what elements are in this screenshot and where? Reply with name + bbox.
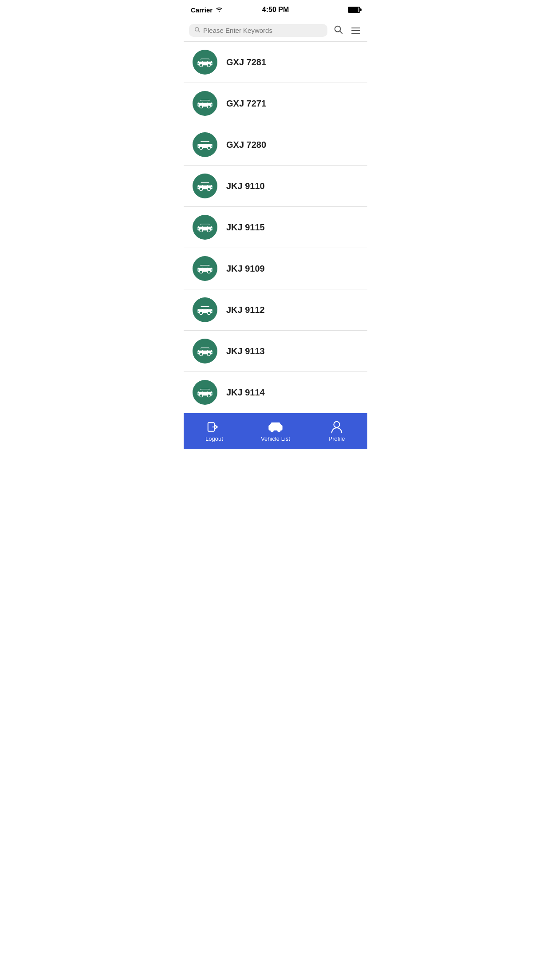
svg-point-6 bbox=[207, 64, 210, 67]
svg-rect-18 bbox=[197, 104, 199, 106]
vehicle-avatar bbox=[193, 297, 217, 322]
svg-rect-55 bbox=[203, 307, 208, 309]
svg-rect-42 bbox=[197, 228, 199, 229]
tab-logout[interactable]: Logout bbox=[184, 420, 245, 442]
svg-rect-63 bbox=[203, 348, 208, 351]
svg-rect-74 bbox=[197, 393, 199, 395]
svg-rect-75 bbox=[211, 393, 213, 395]
svg-rect-15 bbox=[203, 101, 208, 103]
car-icon bbox=[197, 304, 213, 315]
svg-point-45 bbox=[200, 270, 203, 273]
svg-line-3 bbox=[340, 31, 342, 33]
search-icon bbox=[334, 25, 343, 35]
vehicle-avatar bbox=[193, 380, 217, 405]
vehicle-list-label: Vehicle List bbox=[261, 435, 290, 442]
svg-rect-64 bbox=[199, 348, 202, 351]
svg-rect-19 bbox=[211, 104, 213, 106]
svg-point-14 bbox=[207, 105, 210, 108]
svg-rect-7 bbox=[203, 59, 208, 62]
menu-button[interactable] bbox=[350, 26, 362, 36]
vehicle-item[interactable]: GXJ 7281 bbox=[184, 42, 367, 83]
car-icon bbox=[197, 57, 213, 67]
svg-rect-47 bbox=[203, 266, 208, 268]
svg-point-37 bbox=[200, 229, 203, 232]
status-bar: Carrier 4:50 PM bbox=[184, 0, 367, 20]
svg-rect-58 bbox=[197, 311, 199, 312]
svg-rect-48 bbox=[199, 266, 202, 268]
logout-label: Logout bbox=[205, 435, 223, 442]
svg-rect-27 bbox=[211, 146, 213, 147]
svg-rect-57 bbox=[208, 307, 211, 309]
vehicle-item[interactable]: JKJ 9115 bbox=[184, 207, 367, 248]
vehicle-avatar bbox=[193, 91, 217, 116]
vehicle-item[interactable]: GXJ 7280 bbox=[184, 124, 367, 166]
vehicle-avatar bbox=[193, 50, 217, 75]
svg-line-1 bbox=[198, 31, 200, 32]
vehicle-item[interactable]: JKJ 9112 bbox=[184, 289, 367, 331]
svg-point-53 bbox=[200, 312, 203, 315]
svg-rect-25 bbox=[208, 142, 211, 144]
vehicle-list: GXJ 7281 GXJ 7271 bbox=[184, 42, 367, 413]
vehicle-plate: JKJ 9113 bbox=[226, 346, 265, 356]
svg-point-80 bbox=[278, 429, 280, 431]
car-icon bbox=[197, 263, 213, 274]
vehicle-plate: JKJ 9114 bbox=[226, 387, 265, 398]
svg-point-29 bbox=[200, 188, 203, 191]
svg-rect-35 bbox=[211, 187, 213, 188]
vehicle-item[interactable]: JKJ 9109 bbox=[184, 248, 367, 289]
svg-point-62 bbox=[207, 353, 210, 356]
search-icon-small bbox=[194, 27, 201, 34]
vehicle-plate: JKJ 9110 bbox=[226, 181, 265, 191]
svg-rect-56 bbox=[199, 307, 202, 309]
svg-point-79 bbox=[271, 429, 273, 431]
svg-point-30 bbox=[207, 188, 210, 191]
status-time: 4:50 PM bbox=[262, 6, 289, 14]
car-icon bbox=[197, 222, 213, 233]
vehicle-item[interactable]: GXJ 7271 bbox=[184, 83, 367, 124]
svg-rect-65 bbox=[208, 348, 211, 351]
tab-profile[interactable]: Profile bbox=[306, 420, 367, 442]
svg-rect-34 bbox=[197, 187, 199, 188]
carrier-text: Carrier bbox=[191, 6, 213, 14]
search-button[interactable] bbox=[332, 23, 345, 38]
svg-rect-51 bbox=[211, 269, 213, 271]
vehicle-avatar bbox=[193, 256, 217, 281]
svg-rect-23 bbox=[203, 142, 208, 144]
svg-rect-16 bbox=[199, 101, 202, 103]
search-input[interactable] bbox=[203, 27, 322, 34]
svg-rect-71 bbox=[203, 390, 208, 392]
svg-rect-73 bbox=[208, 390, 211, 392]
vehicle-plate: JKJ 9115 bbox=[226, 222, 265, 233]
logout-icon bbox=[206, 420, 222, 434]
svg-rect-72 bbox=[199, 390, 202, 392]
vehicle-avatar bbox=[193, 174, 217, 198]
svg-point-69 bbox=[200, 394, 203, 397]
svg-point-38 bbox=[207, 229, 210, 232]
car-icon bbox=[197, 181, 213, 191]
svg-rect-11 bbox=[211, 63, 213, 64]
vehicle-item[interactable]: JKJ 9113 bbox=[184, 331, 367, 372]
vehicle-avatar bbox=[193, 339, 217, 364]
vehicle-plate: GXJ 7271 bbox=[226, 99, 266, 109]
vehicle-item[interactable]: JKJ 9110 bbox=[184, 166, 367, 207]
wifi-icon bbox=[215, 6, 223, 14]
svg-point-82 bbox=[334, 421, 339, 427]
tab-vehicle-list[interactable]: Vehicle List bbox=[245, 420, 306, 442]
svg-rect-17 bbox=[208, 101, 211, 103]
vehicle-plate: JKJ 9109 bbox=[226, 264, 265, 274]
svg-rect-26 bbox=[197, 146, 199, 147]
svg-point-70 bbox=[207, 394, 210, 397]
svg-rect-33 bbox=[208, 183, 211, 186]
svg-rect-50 bbox=[197, 269, 199, 271]
search-input-wrapper[interactable] bbox=[189, 24, 327, 37]
car-icon bbox=[197, 139, 213, 150]
svg-rect-9 bbox=[208, 59, 211, 62]
svg-rect-67 bbox=[211, 352, 213, 353]
svg-point-46 bbox=[207, 270, 210, 273]
tab-bar: Logout Vehicle List Profile bbox=[184, 413, 367, 449]
car-icon bbox=[197, 387, 213, 398]
vehicle-avatar bbox=[193, 215, 217, 240]
status-battery bbox=[348, 7, 360, 13]
svg-rect-40 bbox=[199, 225, 202, 227]
vehicle-item[interactable]: JKJ 9114 bbox=[184, 372, 367, 413]
